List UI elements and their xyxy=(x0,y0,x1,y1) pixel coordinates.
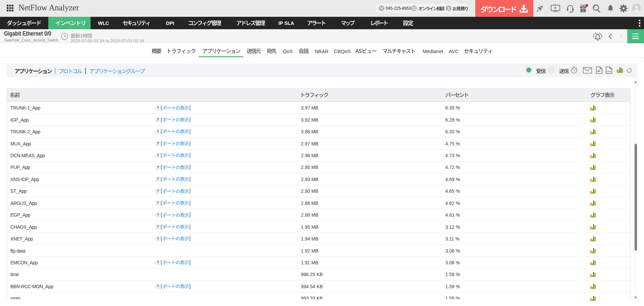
svg-text:CSV: CSV xyxy=(607,71,611,73)
svg-text:$: $ xyxy=(447,6,449,10)
